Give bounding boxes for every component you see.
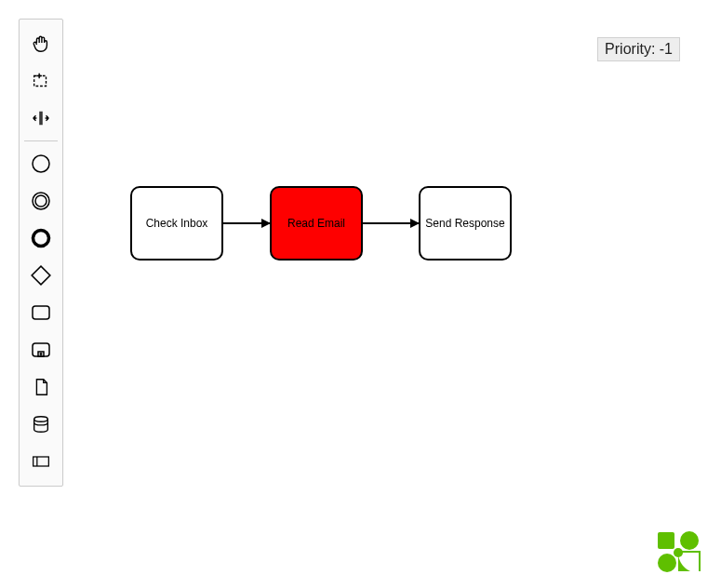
sequence-flow[interactable] <box>223 222 270 224</box>
svg-point-14 <box>674 548 683 557</box>
bpmn-io-logo-icon <box>656 530 702 577</box>
svg-rect-11 <box>658 532 674 549</box>
task-node-read-email[interactable]: Read Email <box>270 186 363 261</box>
sequence-flow[interactable] <box>363 222 419 224</box>
diagram-canvas[interactable]: Check Inbox Read Email Send Response <box>0 0 721 588</box>
task-label: Check Inbox <box>146 217 208 230</box>
svg-point-13 <box>658 554 676 572</box>
task-node-send-response[interactable]: Send Response <box>419 186 512 261</box>
task-node-check-inbox[interactable]: Check Inbox <box>130 186 223 261</box>
task-label: Read Email <box>287 217 345 230</box>
svg-point-12 <box>680 531 699 550</box>
task-label: Send Response <box>425 217 504 230</box>
